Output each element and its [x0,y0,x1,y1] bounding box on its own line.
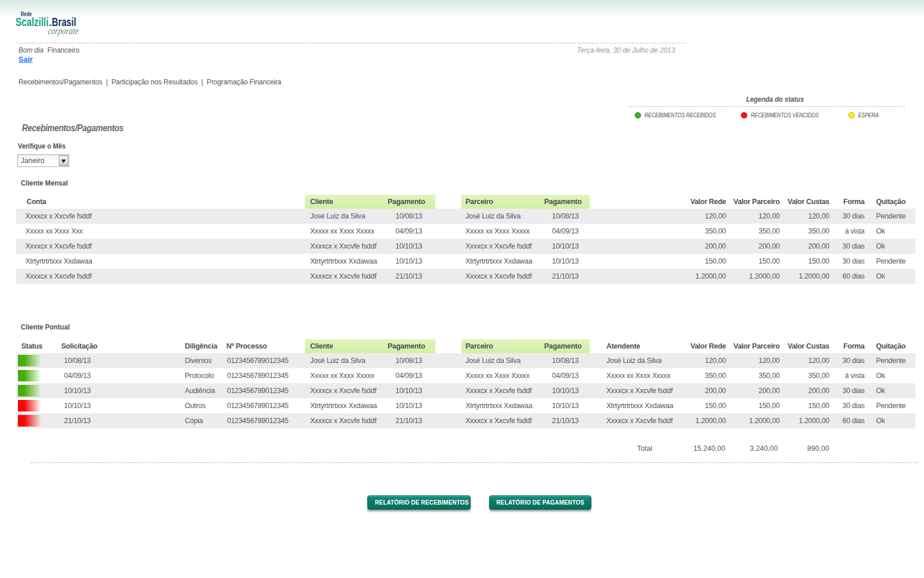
svg-text:corporate: corporate [47,25,80,36]
